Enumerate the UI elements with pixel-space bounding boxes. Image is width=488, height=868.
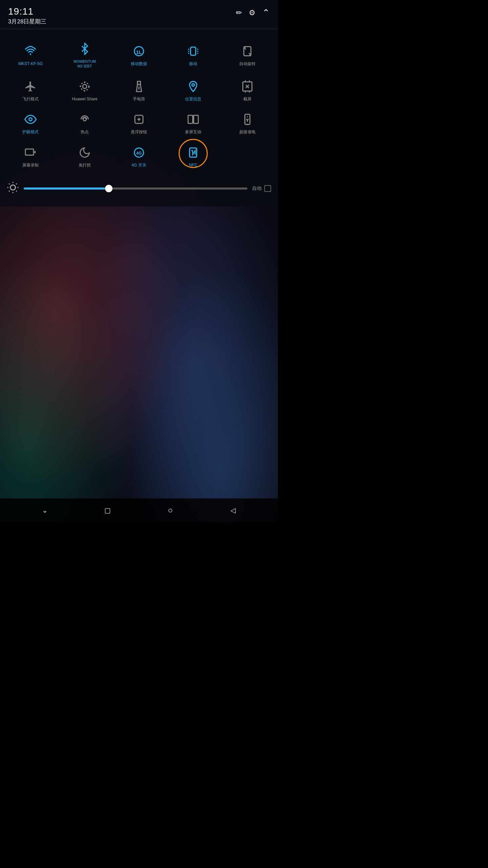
svg-text:4G: 4G [136, 151, 142, 156]
status-bar: 19:11 3月28日星期三 ✏ ⚙ ⌃ [0, 0, 278, 29]
quick-settings-panel: 19:11 3月28日星期三 ✏ ⚙ ⌃ MKST-KF-5G [0, 0, 278, 206]
tile-flashlight-label: 手电筒 [133, 97, 145, 102]
tile-hotspot[interactable]: 热点 [58, 106, 112, 140]
nav-recents-btn[interactable]: ▢ [99, 502, 116, 519]
gear-icon[interactable]: ⚙ [249, 8, 256, 17]
svg-point-0 [30, 53, 32, 55]
tile-multi-screen[interactable]: 多屏互动 [166, 106, 220, 140]
svg-line-44 [16, 184, 17, 184]
screen-record-icon [22, 144, 39, 161]
tile-super-save-label: 超级省电 [239, 130, 256, 135]
tiles-grid: MKST-KF-5G MOMENTUM M2 IEBT 1L 移动数据 [0, 33, 278, 176]
nav-bar: ⌄ ▢ ○ ◁ [0, 498, 278, 522]
tile-airplane-label: 飞行模式 [22, 97, 39, 102]
svg-line-40 [16, 191, 17, 192]
brightness-slider[interactable] [24, 188, 247, 190]
super-save-icon [239, 111, 256, 127]
svg-point-22 [83, 118, 86, 121]
brightness-auto-group: 自动 [252, 185, 271, 192]
tile-multi-screen-label: 多屏互动 [185, 130, 201, 135]
collapse-icon[interactable]: ⌃ [262, 7, 270, 18]
tile-vibration-label: 振动 [189, 61, 197, 67]
tile-floating-button[interactable]: 悬浮按钮 [112, 106, 166, 140]
mobile-data-icon: 1L [131, 43, 147, 59]
tile-auto-rotate-label: 自动旋转 [239, 61, 256, 67]
eye-comfort-icon [22, 111, 39, 127]
nav-back-btn[interactable]: ◁ [225, 502, 242, 519]
multi-screen-icon [185, 111, 201, 127]
tile-mobile-data[interactable]: 1L 移动数据 [112, 36, 166, 74]
4g-switch-icon: 4G [131, 144, 147, 161]
tile-location-label: 位置信息 [185, 97, 201, 102]
status-icons-group: ✏ ⚙ ⌃ [236, 6, 270, 18]
status-time: 19:11 [8, 6, 46, 17]
floating-button-icon [131, 111, 147, 127]
svg-rect-31 [25, 149, 34, 155]
tile-super-save[interactable]: 超级省电 [220, 106, 274, 140]
location-icon [185, 78, 201, 95]
tile-4g-switch[interactable]: 4G 4G 开关 [112, 140, 166, 173]
tile-wifi[interactable]: MKST-KF-5G [3, 36, 58, 74]
tile-eye-comfort-label: 护眼模式 [22, 130, 39, 135]
vibration-icon [185, 43, 201, 59]
tile-dnd[interactable]: 免打扰 [58, 140, 112, 173]
brightness-auto-checkbox[interactable] [264, 185, 271, 192]
brightness-icon [7, 181, 19, 196]
tile-wifi-label: MKST-KF-5G [18, 61, 43, 67]
wifi-icon [22, 43, 39, 59]
tile-bluetooth[interactable]: MOMENTUM M2 IEBT [58, 36, 112, 74]
svg-point-11 [83, 84, 87, 88]
svg-rect-24 [188, 115, 193, 123]
svg-point-12 [81, 82, 89, 91]
tile-flashlight[interactable]: 手电筒 [112, 74, 166, 107]
dnd-icon [77, 144, 93, 161]
divider [0, 29, 278, 29]
tile-screenshot[interactable]: 截屏 [220, 74, 274, 107]
flashlight-icon [131, 78, 147, 95]
bluetooth-icon [77, 41, 93, 57]
svg-point-21 [29, 118, 32, 121]
tile-mobile-data-label: 移动数据 [131, 61, 147, 67]
svg-rect-25 [194, 115, 199, 123]
edit-icon[interactable]: ✏ [236, 8, 242, 17]
tile-dnd-label: 免打扰 [79, 163, 91, 168]
status-date: 3月28日星期三 [8, 18, 46, 25]
tile-vibration[interactable]: 振动 [166, 36, 220, 74]
brightness-auto-label: 自动 [252, 185, 262, 192]
svg-line-39 [9, 184, 9, 184]
screenshot-icon [239, 78, 256, 95]
tile-screenshot-label: 截屏 [243, 97, 251, 102]
huawei-share-icon [77, 78, 93, 95]
tile-nfc[interactable]: NFC [166, 140, 220, 173]
svg-rect-3 [191, 47, 196, 55]
tile-hotspot-label: 热点 [81, 130, 89, 135]
svg-point-36 [11, 185, 16, 190]
tile-huawei-share[interactable]: Huawei Share [58, 74, 112, 107]
brightness-row: 自动 [0, 177, 278, 200]
brightness-thumb [105, 185, 113, 192]
tile-airplane[interactable]: 飞行模式 [3, 74, 58, 107]
tile-screen-record-label: 屏幕录制 [22, 163, 39, 168]
tile-4g-switch-label: 4G 开关 [131, 163, 146, 168]
svg-text:1L: 1L [136, 49, 142, 55]
nav-down-btn[interactable]: ⌄ [37, 502, 54, 519]
svg-line-43 [9, 191, 9, 192]
status-time-date: 19:11 3月28日星期三 [8, 6, 46, 25]
tile-nfc-label: NFC [189, 163, 198, 168]
tile-floating-button-label: 悬浮按钮 [131, 130, 147, 135]
tile-empty [220, 140, 274, 173]
nav-home-btn[interactable]: ○ [162, 502, 179, 519]
tile-eye-comfort[interactable]: 护眼模式 [3, 106, 58, 140]
tile-huawei-share-label: Huawei Share [72, 97, 97, 102]
auto-rotate-icon [239, 43, 256, 59]
tile-bluetooth-label: MOMENTUM M2 IEBT [74, 59, 96, 69]
nfc-icon [185, 144, 201, 161]
hotspot-icon [77, 111, 93, 127]
airplane-icon [22, 78, 39, 95]
tile-screen-record[interactable]: 屏幕录制 [3, 140, 58, 173]
svg-point-15 [192, 83, 195, 86]
tile-location[interactable]: 位置信息 [166, 74, 220, 107]
brightness-track [24, 188, 247, 190]
tile-auto-rotate[interactable]: 自动旋转 [220, 36, 274, 74]
svg-rect-27 [245, 114, 250, 124]
